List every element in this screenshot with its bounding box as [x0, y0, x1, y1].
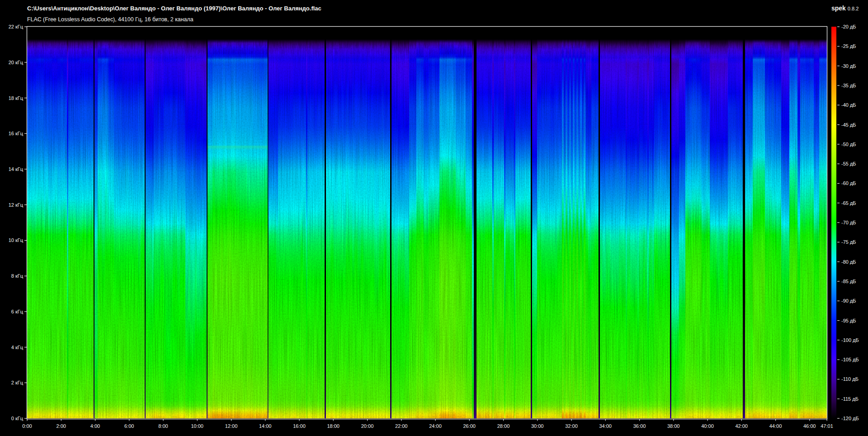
svg-text:18 кГц: 18 кГц	[9, 95, 24, 101]
svg-text:-30 дБ: -30 дБ	[841, 63, 856, 69]
svg-text:8 кГц: 8 кГц	[11, 273, 24, 279]
svg-text:32:00: 32:00	[565, 423, 578, 429]
svg-text:14:00: 14:00	[259, 423, 272, 429]
svg-text:-75 дБ: -75 дБ	[841, 239, 856, 245]
svg-text:0 кГц: 0 кГц	[11, 416, 24, 421]
svg-text:-20 дБ: -20 дБ	[841, 24, 856, 29]
svg-text:47:01: 47:01	[821, 423, 833, 429]
svg-text:2:00: 2:00	[56, 423, 66, 429]
svg-text:6:00: 6:00	[124, 423, 134, 429]
svg-text:44:00: 44:00	[769, 423, 782, 429]
svg-text:C:\Users\Антициклон\Desktop\Ол: C:\Users\Антициклон\Desktop\Олег Валяндо…	[27, 5, 321, 12]
svg-text:18:00: 18:00	[327, 423, 340, 429]
svg-text:20:00: 20:00	[361, 423, 374, 429]
svg-text:42:00: 42:00	[735, 423, 748, 429]
svg-text:22:00: 22:00	[395, 423, 408, 429]
svg-text:30:00: 30:00	[531, 423, 544, 429]
svg-text:10 кГц: 10 кГц	[9, 237, 24, 243]
svg-text:-115 дБ: -115 дБ	[841, 396, 859, 402]
svg-text:16:00: 16:00	[293, 423, 306, 429]
svg-text:-40 дБ: -40 дБ	[841, 102, 856, 108]
svg-text:-90 дБ: -90 дБ	[841, 298, 856, 303]
svg-text:4 кГц: 4 кГц	[11, 345, 24, 350]
svg-text:28:00: 28:00	[497, 423, 510, 429]
svg-text:-55 дБ: -55 дБ	[841, 161, 856, 166]
svg-text:-35 дБ: -35 дБ	[841, 83, 856, 88]
svg-text:36:00: 36:00	[633, 423, 646, 429]
svg-text:10:00: 10:00	[191, 423, 203, 429]
svg-text:-70 дБ: -70 дБ	[841, 220, 856, 225]
svg-text:-45 дБ: -45 дБ	[841, 122, 856, 128]
svg-text:-50 дБ: -50 дБ	[841, 142, 856, 147]
svg-text:38:00: 38:00	[667, 423, 680, 429]
svg-text:0:00: 0:00	[22, 423, 32, 429]
svg-text:2 кГц: 2 кГц	[11, 380, 24, 385]
svg-text:14 кГц: 14 кГц	[9, 166, 24, 172]
svg-text:24:00: 24:00	[429, 423, 442, 429]
svg-text:16 кГц: 16 кГц	[9, 131, 24, 136]
svg-text:6 кГц: 6 кГц	[11, 309, 24, 314]
svg-text:12 кГц: 12 кГц	[9, 202, 24, 208]
svg-text:8:00: 8:00	[158, 423, 168, 429]
svg-text:-85 дБ: -85 дБ	[841, 279, 856, 284]
svg-text:4:00: 4:00	[90, 423, 100, 429]
svg-text:spek 0.8.2: spek 0.8.2	[831, 5, 859, 12]
svg-text:-110 дБ: -110 дБ	[841, 376, 859, 382]
svg-text:20 кГц: 20 кГц	[9, 60, 24, 65]
svg-text:-100 дБ: -100 дБ	[841, 337, 859, 343]
svg-text:-65 дБ: -65 дБ	[841, 200, 856, 206]
svg-text:40:00: 40:00	[701, 423, 714, 429]
svg-text:34:00: 34:00	[599, 423, 612, 429]
svg-text:-80 дБ: -80 дБ	[841, 259, 856, 265]
svg-text:-60 дБ: -60 дБ	[841, 180, 856, 186]
svg-text:26:00: 26:00	[463, 423, 476, 429]
svg-text:46:00: 46:00	[803, 423, 816, 429]
svg-text:22 кГц: 22 кГц	[9, 24, 24, 29]
svg-text:-105 дБ: -105 дБ	[841, 357, 859, 362]
svg-text:-95 дБ: -95 дБ	[841, 318, 856, 323]
svg-text:12:00: 12:00	[225, 423, 238, 429]
svg-text:-25 дБ: -25 дБ	[841, 43, 856, 49]
svg-text:FLAC (Free Lossless Audio Code: FLAC (Free Lossless Audio Codec), 44100 …	[27, 16, 193, 23]
svg-text:-120 дБ: -120 дБ	[841, 416, 859, 421]
